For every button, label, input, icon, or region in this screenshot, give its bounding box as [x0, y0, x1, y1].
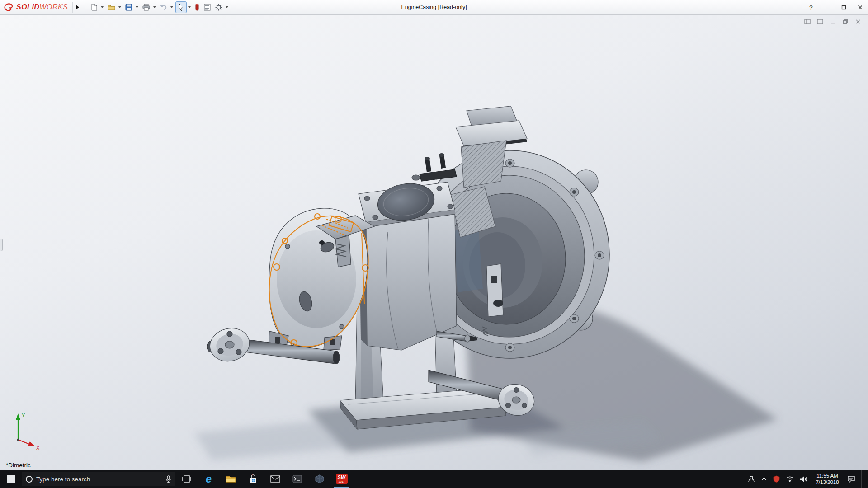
terminal-button[interactable] [286, 470, 308, 488]
undo-dropdown-caret[interactable] [170, 6, 173, 8]
graphics-viewport[interactable]: Y X *Dimetric [0, 15, 868, 470]
y-axis-label: Y [22, 413, 25, 418]
undo-button[interactable] [158, 1, 169, 13]
start-button[interactable] [0, 470, 22, 488]
open-dropdown-caret[interactable] [118, 6, 121, 8]
printer-icon [142, 3, 151, 11]
orientation-triad: Y X [8, 408, 49, 451]
taskbar-apps: e [175, 470, 353, 488]
open-folder-icon [107, 3, 116, 11]
close-button[interactable] [852, 0, 868, 15]
panel-collapse-handle[interactable] [0, 239, 3, 251]
mail-button[interactable] [264, 470, 286, 488]
engine-casing-model[interactable] [0, 15, 868, 470]
app-titlebar: SOLIDWORKS [0, 0, 868, 15]
network-wifi-icon[interactable] [786, 476, 794, 482]
new-document-button[interactable] [89, 1, 99, 13]
file-explorer-icon [226, 475, 236, 483]
doc-close-button[interactable] [854, 19, 862, 25]
taskbar-clock[interactable]: 11:55 AM 7/13/2018 [813, 473, 841, 485]
doc-restore-icon [843, 19, 848, 24]
help-button[interactable]: ? [803, 0, 819, 15]
options-gear-icon [215, 3, 223, 11]
select-cursor-icon [177, 3, 185, 11]
appearance-button[interactable] [193, 1, 201, 13]
taskbar-search[interactable] [22, 472, 175, 486]
new-dropdown-caret[interactable] [101, 6, 104, 8]
doc-pane-left-button[interactable] [804, 19, 811, 25]
new-document-icon [90, 3, 98, 11]
doc-close-icon [855, 19, 861, 24]
select-dropdown-caret[interactable] [188, 6, 191, 8]
antivirus-shield-icon[interactable] [773, 475, 780, 483]
maximize-button[interactable] [835, 0, 852, 15]
properties-button[interactable] [202, 1, 212, 13]
doc-minimize-button[interactable] [829, 19, 836, 25]
window-controls: ? [803, 0, 868, 15]
save-floppy-icon [125, 3, 133, 11]
cad-viewer-button[interactable] [308, 470, 330, 488]
ds-logo-icon [4, 3, 14, 12]
solidworks-icon: SW 2017 [336, 474, 348, 484]
clock-date: 7/13/2018 [813, 479, 841, 485]
section-hatch-upper [461, 141, 506, 188]
brand-text: SOLIDWORKS [16, 3, 68, 11]
minimize-icon [825, 5, 830, 10]
cortana-icon [26, 476, 33, 483]
pane-right-icon [817, 19, 823, 24]
maximize-icon [841, 5, 846, 10]
task-view-button[interactable] [175, 470, 198, 488]
system-tray: 11:55 AM 7/13/2018 [748, 470, 868, 488]
document-window-controls [804, 19, 862, 25]
doc-pane-right-button[interactable] [816, 19, 824, 25]
clock-time: 11:55 AM [813, 473, 841, 479]
toolbar-expand-arrow[interactable] [72, 2, 82, 13]
minimize-button[interactable] [819, 0, 835, 15]
x-axis-arrow [28, 441, 35, 446]
task-view-icon [182, 475, 192, 483]
select-tool-button[interactable] [175, 1, 187, 13]
save-dropdown-caret[interactable] [136, 6, 138, 8]
mail-envelope-icon [270, 475, 280, 483]
windows-logo-icon [7, 475, 15, 483]
options-button[interactable] [213, 1, 224, 13]
edge-icon: e [206, 474, 212, 484]
doc-minimize-icon [830, 19, 835, 24]
action-center-icon[interactable] [847, 475, 855, 483]
volume-icon[interactable] [800, 476, 807, 483]
view-orientation-label: *Dimetric [6, 462, 31, 469]
print-dropdown-caret[interactable] [153, 6, 156, 8]
properties-sheet-icon [203, 3, 211, 11]
open-document-button[interactable] [106, 1, 117, 13]
doc-restore-button[interactable] [842, 19, 849, 25]
terminal-icon [292, 475, 302, 483]
windows-taskbar: e [0, 470, 868, 488]
pane-left-icon [804, 19, 811, 24]
cube-app-icon [315, 474, 324, 483]
store-button[interactable] [242, 470, 264, 488]
print-button[interactable] [141, 1, 152, 13]
tray-expand-chevron-icon[interactable] [761, 477, 767, 481]
save-button[interactable] [123, 1, 134, 13]
solidworks-logo: SOLIDWORKS [0, 0, 72, 14]
show-desktop-button[interactable] [861, 470, 863, 488]
store-bag-icon [249, 474, 258, 483]
solidworks-taskbar-button[interactable]: SW 2017 [330, 470, 353, 488]
file-explorer-button[interactable] [220, 470, 242, 488]
quick-access-toolbar [89, 1, 230, 13]
close-icon [858, 5, 863, 10]
undo-arrow-icon [160, 3, 168, 11]
appearance-cylinder-icon [194, 3, 200, 11]
y-axis-arrow [16, 413, 20, 420]
edge-browser-button[interactable]: e [198, 470, 220, 488]
search-input[interactable] [36, 476, 162, 483]
x-axis-label: X [36, 445, 40, 450]
options-dropdown-caret[interactable] [226, 6, 228, 8]
people-icon[interactable] [748, 475, 755, 483]
play-triangle-icon [75, 5, 80, 10]
microphone-icon[interactable] [165, 475, 171, 483]
